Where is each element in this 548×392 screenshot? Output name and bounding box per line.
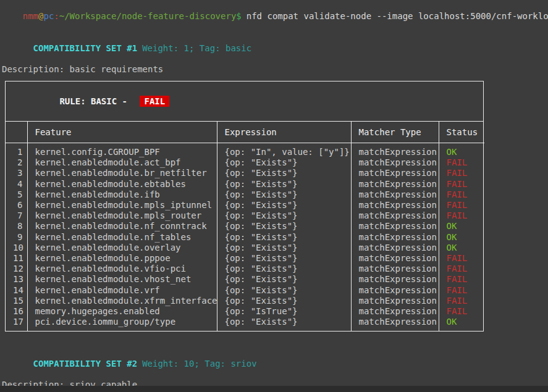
column-header: Expression <box>217 122 351 143</box>
set-title: COMPATIBILITY SET #2 <box>33 359 138 369</box>
status-cell: FAIL <box>439 190 484 200</box>
feature-cell: kernel.enabledmodule.vhost_net <box>27 274 217 285</box>
row-number: 16 <box>6 306 27 317</box>
matcher-type-cell: matchExpression <box>351 211 439 221</box>
status-cell: OK <box>439 221 484 231</box>
expression-cell: {op: "Exists"} <box>217 243 351 253</box>
matcher-type-cell: matchExpression <box>351 264 439 274</box>
feature-cell: kernel.enabledmodule.pppoe <box>27 253 217 264</box>
table-row: 4kernel.enabledmodule.ebtables{op: "Exis… <box>6 179 484 190</box>
expression-cell: {op: "IsTrue"} <box>217 306 351 317</box>
feature-cell: kernel.enabledmodule.overlay <box>27 243 217 253</box>
feature-cell: kernel.enabledmodule.nf_tables <box>27 232 217 243</box>
set-heading: COMPATIBILITY SET #2Weight: 10; Tag: sri… <box>0 348 548 380</box>
matcher-type-cell: matchExpression <box>351 232 439 243</box>
table-row: 13kernel.enabledmodule.vhost_net{op: "Ex… <box>6 274 484 285</box>
status-cell: FAIL <box>439 168 484 178</box>
expression-cell: {op: "Exists"} <box>217 168 351 178</box>
row-number: 3 <box>6 168 27 178</box>
matcher-type-cell: matchExpression <box>351 306 439 317</box>
status-cell: FAIL <box>439 264 484 274</box>
table-row: 2kernel.enabledmodule.act_bpf{op: "Exist… <box>6 157 484 168</box>
status-cell: OK <box>439 243 484 253</box>
expression-cell: {op: "In", value: ["y"]} <box>217 143 351 158</box>
table-row: 15kernel.enabledmodule.xfrm_interface{op… <box>6 296 484 306</box>
row-number: 6 <box>6 200 27 211</box>
matcher-type-cell: matchExpression <box>351 296 439 306</box>
compatibility-set-1: COMPATIBILITY SET #1Weight: 1; Tag: basi… <box>0 33 548 332</box>
column-header: Status <box>439 122 484 143</box>
row-number: 8 <box>6 221 27 231</box>
expression-cell: {op: "Exists"} <box>217 253 351 264</box>
table-row: 5kernel.enabledmodule.ifb{op: "Exists"}m… <box>6 190 484 200</box>
table-row: 6kernel.enabledmodule.mpls_iptunnel{op: … <box>6 200 484 211</box>
table-row: 16memory.hugepages.enabled{op: "IsTrue"}… <box>6 306 484 317</box>
expression-cell: {op: "Exists"} <box>217 179 351 190</box>
prompt-host: pc <box>43 11 54 21</box>
command-line: nmm@pc:~/Workspace/node-feature-discover… <box>0 0 548 32</box>
status-cell: FAIL <box>439 157 484 168</box>
feature-cell: kernel.config.CGROUP_BPF <box>27 143 217 158</box>
matcher-type-cell: matchExpression <box>351 317 439 331</box>
matcher-type-cell: matchExpression <box>351 168 439 178</box>
matcher-type-cell: matchExpression <box>351 285 439 296</box>
set-heading: COMPATIBILITY SET #1Weight: 1; Tag: basi… <box>0 33 548 64</box>
feature-cell: kernel.enabledmodule.ebtables <box>27 179 217 190</box>
matcher-type-cell: matchExpression <box>351 221 439 231</box>
matcher-type-cell: matchExpression <box>351 179 439 190</box>
set-meta: Weight: 10; Tag: sriov <box>142 359 256 369</box>
expression-cell: {op: "Exists"} <box>217 232 351 243</box>
matcher-type-cell: matchExpression <box>351 253 439 264</box>
status-cell: FAIL <box>439 200 484 211</box>
command-text: nfd compat validate-node --image localho… <box>247 11 548 21</box>
expression-cell: {op: "Exists"} <box>217 200 351 211</box>
matcher-type-cell: matchExpression <box>351 190 439 200</box>
row-number: 12 <box>6 264 27 274</box>
prompt-colon: : <box>54 11 59 21</box>
matcher-type-cell: matchExpression <box>351 143 439 158</box>
expression-cell: {op: "Exists"} <box>217 211 351 221</box>
table-row: 11kernel.enabledmodule.pppoe{op: "Exists… <box>6 253 484 264</box>
status-cell: FAIL <box>439 253 484 264</box>
feature-table: FeatureExpressionMatcher TypeStatus 1ker… <box>6 122 484 331</box>
row-number: 13 <box>6 274 27 285</box>
matcher-type-cell: matchExpression <box>351 200 439 211</box>
row-number: 10 <box>6 243 27 253</box>
expression-cell: {op: "Exists"} <box>217 157 351 168</box>
rule-label: RULE: BASIC - <box>59 96 132 106</box>
expression-cell: {op: "Exists"} <box>217 285 351 296</box>
status-cell: FAIL <box>439 274 484 285</box>
table-row: 7kernel.enabledmodule.mpls_router{op: "E… <box>6 211 484 221</box>
matcher-type-cell: matchExpression <box>351 274 439 285</box>
status-cell: OK <box>439 143 484 158</box>
row-number: 11 <box>6 253 27 264</box>
table-row: 1kernel.config.CGROUP_BPF{op: "In", valu… <box>6 143 484 158</box>
prompt-path: ~/Workspace/node-feature-discovery <box>59 11 237 21</box>
matcher-type-cell: matchExpression <box>351 157 439 168</box>
status-cell: OK <box>439 317 484 331</box>
row-number: 9 <box>6 232 27 243</box>
row-number: 5 <box>6 190 27 200</box>
column-header: Feature <box>27 122 217 143</box>
feature-cell: kernel.enabledmodule.xfrm_interface <box>27 296 217 306</box>
row-number: 14 <box>6 285 27 296</box>
prompt-dollar: $ <box>236 11 241 21</box>
feature-cell: kernel.enabledmodule.br_netfilter <box>27 168 217 178</box>
terminal-window: nmm@pc:~/Workspace/node-feature-discover… <box>0 0 548 392</box>
table-row: 8kernel.enabledmodule.nf_conntrack{op: "… <box>6 221 484 231</box>
expression-cell: {op: "Exists"} <box>217 190 351 200</box>
expression-cell: {op: "Exists"} <box>217 296 351 306</box>
rule-table-basic: RULE: BASIC - FAIL FeatureExpressionMatc… <box>5 81 484 332</box>
expression-cell: {op: "Exists"} <box>217 317 351 331</box>
row-number: 7 <box>6 211 27 221</box>
table-header-row: FeatureExpressionMatcher TypeStatus <box>6 122 484 143</box>
rule-status-badge: FAIL <box>140 96 169 107</box>
table-row: 17pci.device.iommu_group/type{op: "Exist… <box>6 317 484 331</box>
status-cell: OK <box>439 232 484 243</box>
feature-cell: kernel.enabledmodule.mpls_router <box>27 211 217 221</box>
feature-cell: kernel.enabledmodule.ifb <box>27 190 217 200</box>
row-number: 17 <box>6 317 27 331</box>
feature-cell: kernel.enabledmodule.nf_conntrack <box>27 221 217 231</box>
status-cell: FAIL <box>439 179 484 190</box>
terminal-bottom-edge <box>0 386 548 392</box>
